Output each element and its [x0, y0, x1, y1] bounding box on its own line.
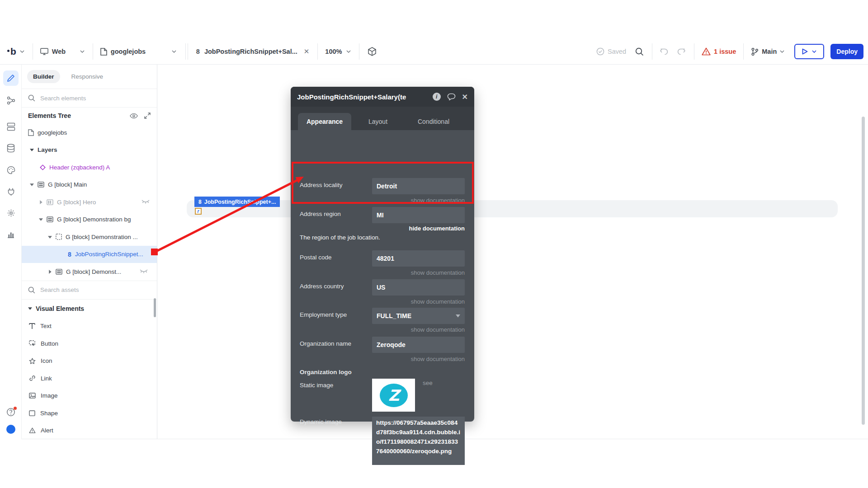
search-assets-input[interactable] — [39, 286, 127, 294]
employment-type-select[interactable]: FULL_TIME — [372, 308, 465, 324]
element-item-image[interactable]: Image — [22, 387, 157, 405]
tab-appearance[interactable]: Appearance — [298, 113, 351, 130]
tree-row-demonst[interactable]: G [block] Demonst... — [22, 263, 157, 281]
element-item-label: Link — [41, 375, 52, 382]
info-icon[interactable]: i — [433, 93, 441, 101]
data-tab-button[interactable] — [3, 141, 19, 156]
mode-dropdown[interactable]: Web — [40, 48, 85, 55]
element-type-icon: 8 — [196, 48, 200, 55]
doc-link[interactable]: show documentation — [411, 356, 465, 362]
caret-down-icon[interactable] — [30, 183, 34, 187]
caret-down-icon[interactable] — [39, 217, 43, 221]
element-item-link[interactable]: Link — [22, 370, 157, 387]
eye-icon[interactable] — [130, 113, 138, 119]
organization-name-input[interactable]: Zeroqode — [372, 337, 465, 353]
expand-icon[interactable] — [144, 113, 151, 119]
notification-dot — [14, 407, 17, 410]
close-icon[interactable]: ✕ — [462, 93, 468, 101]
doc-link[interactable]: show documentation — [411, 269, 465, 276]
caret-right-icon[interactable] — [48, 270, 52, 274]
tree-label: JobPostingRichSnippet... — [75, 251, 143, 258]
element-item-icon[interactable]: Icon — [22, 352, 157, 370]
page-dropdown[interactable]: googlejobs — [100, 48, 176, 56]
property-editor-header[interactable]: JobPostingRichSnippet+Salary(te i ✕ — [291, 87, 474, 107]
settings-tab-button[interactable] — [3, 205, 19, 221]
postal-code-input[interactable]: 48201 — [372, 250, 465, 267]
tab-layout[interactable]: Layout — [368, 113, 387, 130]
dynamic-image-input[interactable]: https://067957a5eaae35c084d78f3bc9aa9114… — [372, 417, 465, 465]
elements-sidebar: Builder Responsive Elements Tree googlej… — [22, 65, 157, 439]
element-item-text[interactable]: Text — [22, 318, 157, 335]
component-cube-icon[interactable] — [368, 47, 377, 56]
visual-elements-header[interactable]: Visual Elements — [22, 300, 157, 318]
element-item-shape[interactable]: Shape — [22, 404, 157, 422]
tab-responsive[interactable]: Responsive — [66, 70, 109, 83]
tree-row-page[interactable]: googlejobs — [22, 124, 157, 141]
zoom-dropdown[interactable]: 100% — [325, 48, 351, 55]
caret-down-icon[interactable] — [48, 235, 52, 239]
tree-row-header-element[interactable]: Header (zqbackend) A — [22, 159, 157, 176]
help-button[interactable] — [3, 404, 19, 420]
tree-header: Elements Tree — [22, 108, 157, 124]
caret-right-icon[interactable] — [39, 200, 43, 204]
static-image-thumbnail[interactable]: Z — [372, 379, 415, 412]
app-logo[interactable]: b — [7, 46, 16, 57]
sidebar-scrollbar-thumb[interactable] — [154, 298, 156, 317]
see-link[interactable]: see — [423, 380, 433, 386]
element-item-label: Button — [41, 340, 58, 347]
doc-link[interactable]: show documentation — [411, 298, 465, 305]
styles-tab-button[interactable] — [3, 162, 19, 178]
chevron-down-icon — [812, 50, 816, 53]
address-region-input[interactable]: MI — [372, 207, 465, 223]
deploy-button[interactable]: Deploy — [830, 44, 863, 59]
tab-conditional[interactable]: Conditional — [418, 113, 449, 130]
issue-indicator[interactable]: 1 issue — [702, 47, 736, 56]
doc-link[interactable]: hide documentation — [409, 225, 465, 232]
search-elements-input[interactable] — [39, 94, 127, 102]
highlight-rectangle — [292, 162, 474, 204]
canvas-scrollbar-thumb[interactable] — [862, 117, 865, 425]
account-button[interactable] — [3, 422, 19, 437]
components-tab-button[interactable] — [3, 119, 19, 134]
tree-row-jobposting-selected[interactable]: 8 JobPostingRichSnippet... — [22, 246, 157, 263]
address-country-input[interactable]: US — [372, 279, 465, 296]
tree-label: Layers — [38, 146, 57, 153]
left-icon-rail — [0, 65, 22, 439]
element-tab[interactable]: 8 JobPostingRichSnippet+Sal... ✕ — [196, 47, 310, 56]
tree-row-hero[interactable]: G [block] Hero — [22, 193, 157, 211]
element-item-button[interactable]: Button — [22, 335, 157, 352]
undo-icon[interactable] — [660, 47, 669, 56]
tree-row-demonstration[interactable]: G [block] Demonstration ... — [22, 228, 157, 246]
branch-selector[interactable]: Main — [751, 47, 784, 56]
bar-chart-icon — [7, 230, 15, 239]
close-tab-icon[interactable]: ✕ — [304, 47, 310, 56]
doc-link[interactable]: show documentation — [411, 326, 465, 333]
logo-chevron-icon[interactable] — [20, 50, 24, 53]
redo-icon[interactable] — [677, 47, 686, 56]
comment-icon[interactable] — [447, 93, 456, 100]
zoom-value: 100% — [325, 48, 342, 55]
element-type-icon: 8 — [198, 199, 202, 205]
tab-builder[interactable]: Builder — [27, 70, 60, 83]
search-icon — [28, 94, 35, 102]
logs-tab-button[interactable] — [3, 227, 19, 242]
element-item-alert[interactable]: Alert — [22, 422, 157, 440]
workflow-tab-button[interactable] — [3, 93, 19, 108]
tree-row-main[interactable]: G [block] Main — [22, 176, 157, 194]
demonstration-section-bg[interactable] — [187, 200, 838, 217]
plugins-tab-button[interactable] — [3, 184, 19, 199]
design-canvas[interactable]: 8 JobPostingRichSnippet+... r — [157, 65, 868, 439]
search-icon[interactable] — [635, 47, 644, 56]
element-tab-label: JobPostingRichSnippet+Sal... — [204, 48, 297, 55]
caret-down-icon[interactable] — [30, 148, 34, 152]
tree-label: G [block] Main — [48, 181, 87, 188]
tree-row-demonstration-bg[interactable]: G [block] Demonstration bg — [22, 211, 157, 229]
chevron-down-icon — [172, 50, 176, 53]
element-thumbnail-icon: r — [195, 208, 202, 215]
divider — [188, 43, 188, 60]
selected-element-label[interactable]: 8 JobPostingRichSnippet+... — [194, 197, 280, 207]
page-icon — [100, 48, 107, 56]
tree-row-layers[interactable]: Layers — [22, 141, 157, 159]
preview-button[interactable] — [794, 44, 824, 59]
design-tab-button[interactable] — [3, 70, 19, 86]
